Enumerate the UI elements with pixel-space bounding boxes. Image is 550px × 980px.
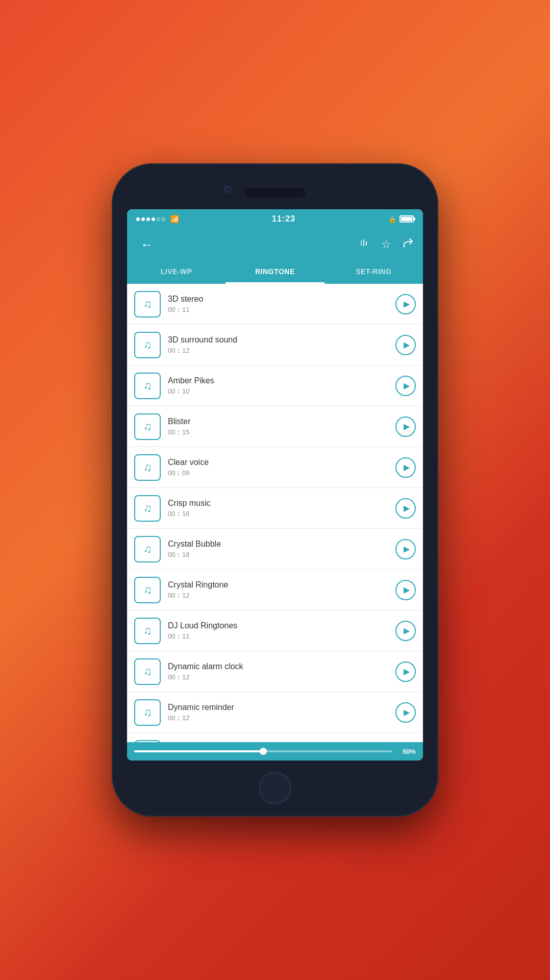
song-name-1: 3D stereo xyxy=(168,295,395,304)
song-duration-8: 00 : 12 xyxy=(168,592,395,599)
play-button-1[interactable]: ▶ xyxy=(395,294,416,314)
play-icon-7: ▶ xyxy=(404,544,410,554)
play-button-11[interactable]: ▶ xyxy=(395,702,416,723)
play-button-10[interactable]: ▶ xyxy=(395,662,416,682)
song-name-9: DJ Loud Ringtones xyxy=(168,621,395,630)
song-duration-2: 00 : 12 xyxy=(168,347,395,354)
play-button-5[interactable]: ▶ xyxy=(395,457,416,478)
song-name-5: Clear voice xyxy=(168,458,395,467)
play-button-8[interactable]: ▶ xyxy=(395,580,416,600)
play-button-4[interactable]: ▶ xyxy=(395,416,416,437)
song-item-7[interactable]: ♫ Crystal Bubble 00 : 18 ▶ xyxy=(127,529,423,570)
status-time: 11:23 xyxy=(272,214,295,224)
music-note-icon-4: ♫ xyxy=(143,420,152,433)
song-info-8: Crystal Ringtone 00 : 12 xyxy=(168,580,395,599)
play-icon-10: ▶ xyxy=(404,667,410,676)
song-item-10[interactable]: ♫ Dynamic alarm clock 00 : 12 ▶ xyxy=(127,651,423,692)
song-thumbnail-2: ♫ xyxy=(134,332,161,358)
phone-outer: 📶 11:23 🔒 ← xyxy=(112,163,438,817)
play-icon-5: ▶ xyxy=(404,462,410,472)
song-duration-4: 00 : 15 xyxy=(168,428,395,436)
play-button-6[interactable]: ▶ xyxy=(395,498,416,519)
song-thumbnail-10: ♫ xyxy=(134,658,161,685)
signal-dot-5 xyxy=(157,217,160,221)
play-button-3[interactable]: ▶ xyxy=(395,376,416,396)
play-icon-2: ▶ xyxy=(404,340,410,350)
song-thumbnail-7: ♫ xyxy=(134,536,161,562)
phone-camera xyxy=(224,186,231,193)
play-button-7[interactable]: ▶ xyxy=(395,539,416,559)
share-icon[interactable] xyxy=(403,237,414,252)
play-icon-3: ▶ xyxy=(404,381,410,390)
tab-live-wp[interactable]: LIVE-WP xyxy=(127,260,226,284)
song-thumbnail-5: ♫ xyxy=(134,454,161,481)
home-button[interactable] xyxy=(259,772,291,804)
song-item-11[interactable]: ♫ Dynamic reminder 00 : 12 ▶ xyxy=(127,692,423,733)
progress-bar-container[interactable]: 50% xyxy=(127,742,423,761)
song-info-4: Blister 00 : 15 xyxy=(168,417,395,436)
song-info-5: Clear voice 00 : 09 xyxy=(168,458,395,477)
song-thumbnail-8: ♫ xyxy=(134,577,161,603)
nav-bar: ← ☆ xyxy=(127,229,423,260)
star-icon[interactable]: ☆ xyxy=(381,238,391,251)
song-item-5[interactable]: ♫ Clear voice 00 : 09 ▶ xyxy=(127,447,423,488)
song-item-12[interactable]: ♫ Dynamic SMS 00 : 10 ▶ xyxy=(127,733,423,742)
play-icon-6: ▶ xyxy=(404,503,410,513)
tab-ringtone[interactable]: RINGTONE xyxy=(226,260,324,284)
song-duration-3: 00 : 10 xyxy=(168,387,395,395)
song-info-3: Amber Pikes 00 : 10 xyxy=(168,376,395,395)
bars-icon[interactable] xyxy=(359,237,370,252)
music-note-icon-5: ♫ xyxy=(143,461,152,474)
signal-dot-4 xyxy=(152,217,155,221)
song-item-3[interactable]: ♫ Amber Pikes 00 : 10 ▶ xyxy=(127,365,423,406)
song-item-1[interactable]: ♫ 3D stereo 00 : 11 ▶ xyxy=(127,284,423,325)
music-note-icon-10: ♫ xyxy=(143,665,152,678)
song-duration-6: 00 : 16 xyxy=(168,510,395,518)
progress-thumb[interactable] xyxy=(260,748,267,755)
tab-set-ring[interactable]: SET-RING xyxy=(324,260,423,284)
play-icon-1: ▶ xyxy=(404,299,410,309)
song-name-4: Blister xyxy=(168,417,395,426)
song-duration-10: 00 : 12 xyxy=(168,673,395,681)
song-info-10: Dynamic alarm clock 00 : 12 xyxy=(168,662,395,681)
tab-bar: LIVE-WP RINGTONE SET-RING xyxy=(127,260,423,284)
play-button-9[interactable]: ▶ xyxy=(395,621,416,641)
play-icon-9: ▶ xyxy=(404,626,410,635)
song-thumbnail-6: ♫ xyxy=(134,495,161,522)
song-item-4[interactable]: ♫ Blister 00 : 15 ▶ xyxy=(127,406,423,447)
song-info-2: 3D surround sound 00 : 12 xyxy=(168,335,395,354)
song-info-7: Crystal Bubble 00 : 18 xyxy=(168,540,395,558)
phone-screen: 📶 11:23 🔒 ← xyxy=(127,209,423,761)
music-note-icon-6: ♫ xyxy=(143,502,152,515)
song-name-8: Crystal Ringtone xyxy=(168,580,395,590)
play-button-2[interactable]: ▶ xyxy=(395,335,416,355)
song-name-2: 3D surround sound xyxy=(168,335,395,345)
song-item-2[interactable]: ♫ 3D surround sound 00 : 12 ▶ xyxy=(127,325,423,365)
song-thumbnail-9: ♫ xyxy=(134,618,161,644)
song-item-9[interactable]: ♫ DJ Loud Ringtones 00 : 11 ▶ xyxy=(127,610,423,651)
song-item-8[interactable]: ♫ Crystal Ringtone 00 : 12 ▶ xyxy=(127,570,423,610)
music-note-icon-11: ♫ xyxy=(143,706,152,719)
music-note-icon-1: ♫ xyxy=(143,298,152,311)
wifi-icon: 📶 xyxy=(170,215,179,223)
song-name-6: Crisp music xyxy=(168,499,395,508)
svg-rect-0 xyxy=(361,240,362,246)
song-duration-5: 00 : 09 xyxy=(168,469,395,477)
song-duration-1: 00 : 11 xyxy=(168,306,395,313)
song-thumbnail-3: ♫ xyxy=(134,373,161,399)
song-info-1: 3D stereo 00 : 11 xyxy=(168,295,395,313)
progress-track[interactable] xyxy=(134,750,392,752)
progress-label: 50% xyxy=(397,748,416,755)
play-icon-11: ▶ xyxy=(404,707,410,717)
song-duration-11: 00 : 12 xyxy=(168,714,395,722)
status-bar: 📶 11:23 🔒 xyxy=(127,209,423,229)
phone-speaker xyxy=(244,188,306,197)
back-arrow-icon: ← xyxy=(140,237,154,252)
progress-fill xyxy=(134,750,263,752)
signal-dot-3 xyxy=(146,217,150,221)
music-note-icon-3: ♫ xyxy=(143,379,152,393)
song-item-6[interactable]: ♫ Crisp music 00 : 16 ▶ xyxy=(127,488,423,529)
song-name-7: Crystal Bubble xyxy=(168,540,395,549)
song-name-11: Dynamic reminder xyxy=(168,703,395,712)
back-button[interactable]: ← xyxy=(136,235,158,255)
